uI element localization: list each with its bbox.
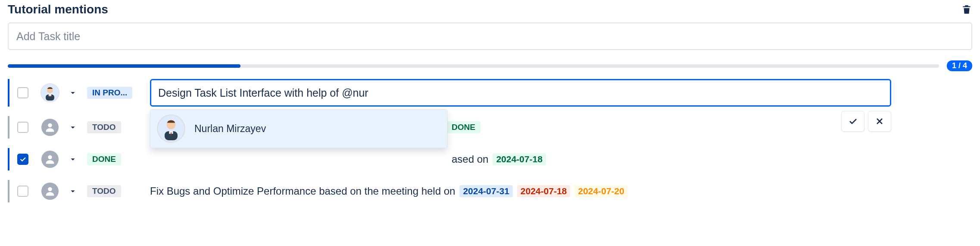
task-title[interactable]: Fix Bugs and Optimize Performance based … xyxy=(150,185,455,197)
mention-avatar xyxy=(158,116,184,142)
task-checkbox[interactable] xyxy=(17,87,28,98)
task-stripe xyxy=(8,116,9,139)
page-title: Tutorial mentions xyxy=(8,3,108,16)
progress-row: 1 / 4 xyxy=(8,60,972,71)
assignee-avatar[interactable] xyxy=(41,119,59,136)
expand-toggle[interactable] xyxy=(68,88,78,98)
task-title-fragment: ased on xyxy=(452,153,488,165)
task-content: ased on 2024-07-18 xyxy=(150,153,546,165)
date-tag[interactable]: 2024-07-18 xyxy=(493,153,546,165)
mention-name: Nurlan Mirzayev xyxy=(194,123,266,135)
date-tag[interactable]: 2024-07-20 xyxy=(574,185,627,197)
progress-fill xyxy=(8,64,240,68)
date-tag[interactable]: 2024-07-31 xyxy=(459,185,512,197)
status-badge[interactable]: TODO xyxy=(87,121,121,133)
expand-toggle[interactable] xyxy=(68,155,78,164)
progress-track xyxy=(8,64,939,68)
task-checkbox[interactable] xyxy=(17,186,28,197)
svg-point-7 xyxy=(48,155,52,159)
task-stripe xyxy=(8,180,9,202)
assignee-avatar[interactable] xyxy=(41,183,59,200)
task-stripe xyxy=(8,79,9,107)
progress-badge: 1 / 4 xyxy=(947,60,972,71)
inline-status-tag: DONE xyxy=(446,121,481,133)
assignee-avatar[interactable] xyxy=(41,84,59,101)
expand-toggle[interactable] xyxy=(68,123,78,132)
svg-point-8 xyxy=(48,187,52,191)
add-task-input[interactable] xyxy=(8,22,972,50)
mention-popup: Nurlan Mirzayev xyxy=(150,109,447,148)
task-title-input[interactable] xyxy=(150,79,891,107)
task-row: DONE ased on 2024-07-18 xyxy=(8,148,972,170)
task-row: TODO Fix Bugs and Optimize Performance b… xyxy=(8,180,972,202)
date-tag[interactable]: 2024-07-18 xyxy=(517,185,570,197)
assignee-avatar[interactable] xyxy=(41,151,59,168)
task-stripe xyxy=(8,148,9,170)
status-badge[interactable]: IN PRO... xyxy=(87,87,132,99)
header-row: Tutorial mentions xyxy=(8,3,972,16)
task-checkbox[interactable] xyxy=(17,154,28,165)
task-checkbox[interactable] xyxy=(17,122,28,133)
status-badge[interactable]: TODO xyxy=(87,185,121,197)
task-list: IN PRO... Nurlan Mirzayev xyxy=(8,79,972,202)
trash-icon[interactable] xyxy=(961,4,972,15)
svg-point-6 xyxy=(48,123,52,127)
add-task-input-wrap xyxy=(8,22,972,50)
status-badge[interactable]: DONE xyxy=(87,153,121,165)
expand-toggle[interactable] xyxy=(68,186,78,196)
mention-item[interactable]: Nurlan Mirzayev xyxy=(150,110,447,148)
task-edit-wrap: Nurlan Mirzayev xyxy=(150,79,891,107)
task-row: IN PRO... Nurlan Mirzayev xyxy=(8,79,972,107)
task-content: Fix Bugs and Optimize Performance based … xyxy=(150,185,628,197)
